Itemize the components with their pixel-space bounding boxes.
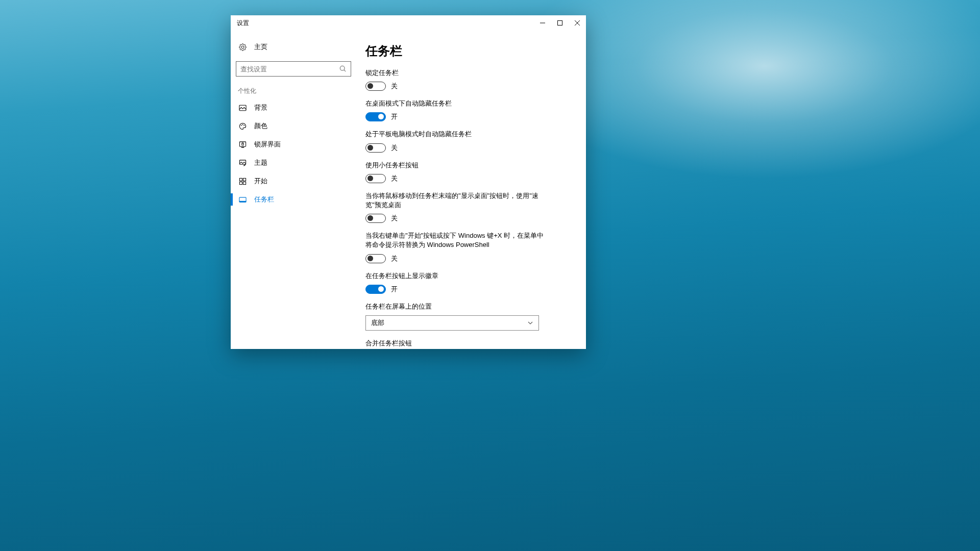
search-input[interactable] [240,65,339,73]
dropdown-value: 底部 [371,318,384,328]
setting-label: 使用小任务栏按钮 [365,161,549,170]
palette-icon [238,122,247,130]
setting-label: 当你将鼠标移动到任务栏末端的"显示桌面"按钮时，使用"速览"预览桌面 [365,191,549,210]
sidebar-item-themes[interactable]: 主题 [231,154,356,172]
maximize-icon [557,20,562,26]
svg-rect-12 [241,143,243,145]
sidebar-item-start[interactable]: 开始 [231,172,356,190]
minimize-button[interactable] [534,15,551,31]
setting-label: 在任务栏按钮上显示徽章 [365,271,549,281]
toggle-switch[interactable] [365,214,386,223]
close-button[interactable] [569,15,586,31]
toggle-switch[interactable] [365,174,386,183]
sidebar-item-label: 任务栏 [254,195,274,204]
toggle-state-label: 关 [391,174,398,183]
svg-point-4 [340,66,345,70]
toggle-state-label: 关 [391,143,398,153]
setting-row: 当你将鼠标移动到任务栏末端的"显示桌面"按钮时，使用"速览"预览桌面关 [365,191,549,223]
toggle-state-label: 关 [391,254,398,263]
sidebar-item-label: 颜色 [254,121,267,131]
toggle-switch[interactable] [365,254,386,263]
svg-point-7 [240,124,241,126]
svg-point-8 [242,124,243,125]
setting-label: 在桌面模式下自动隐藏任务栏 [365,99,549,108]
dropdown-label-position: 任务栏在屏幕上的位置 [365,302,549,311]
search-icon [339,65,347,72]
setting-row: 处于平板电脑模式时自动隐藏任务栏关 [365,130,549,152]
chevron-down-icon [527,320,533,326]
picture-icon [238,104,247,112]
setting-row: 在任务栏按钮上显示徽章开 [365,271,549,294]
svg-line-5 [344,70,346,71]
setting-row: 在桌面模式下自动隐藏任务栏开 [365,99,549,121]
search-input-wrapper[interactable] [236,61,351,77]
sidebar-item-label: 开始 [254,177,267,186]
setting-row: 锁定任务栏关 [365,68,549,91]
svg-rect-19 [239,201,246,202]
toggle-state-label: 开 [391,112,398,121]
themes-icon [238,159,247,167]
window-title: 设置 [237,19,249,28]
sidebar-item-taskbar[interactable]: 任务栏 [231,190,356,209]
content-pane: 任务栏 锁定任务栏关在桌面模式下自动隐藏任务栏开处于平板电脑模式时自动隐藏任务栏… [356,31,586,349]
svg-rect-15 [243,178,246,181]
svg-rect-14 [239,178,242,181]
toggle-state-label: 关 [391,214,398,223]
setting-row: 使用小任务栏按钮关 [365,161,549,183]
svg-point-9 [243,124,244,126]
desktop-wallpaper: 设置 主页 [0,0,980,551]
gear-icon [238,43,247,51]
toggle-switch[interactable] [365,82,386,91]
settings-window: 设置 主页 [231,15,586,349]
sidebar-home[interactable]: 主页 [231,38,356,56]
setting-label: 处于平板电脑模式时自动隐藏任务栏 [365,130,549,139]
start-icon [238,178,247,185]
svg-rect-11 [241,147,244,147]
sidebar: 主页 个性化 背景 [231,31,356,349]
toggle-switch[interactable] [365,143,386,153]
maximize-button[interactable] [551,15,569,31]
taskbar-icon [238,196,247,204]
setting-label: 锁定任务栏 [365,68,549,78]
toggle-switch[interactable] [365,112,386,121]
svg-rect-6 [239,105,246,110]
dropdown-taskbar-position[interactable]: 底部 [365,315,539,331]
sidebar-home-label: 主页 [254,42,267,52]
svg-rect-1 [558,21,562,26]
close-icon [575,20,580,26]
minimize-icon [540,20,545,26]
toggle-state-label: 开 [391,285,398,294]
toggle-state-label: 关 [391,82,398,91]
dropdown-label-combine: 合并任务栏按钮 [365,339,549,348]
titlebar[interactable]: 设置 [231,15,586,31]
toggle-switch[interactable] [365,285,386,294]
lockscreen-icon [238,141,247,148]
page-heading: 任务栏 [365,43,569,59]
sidebar-item-label: 主题 [254,158,267,167]
sidebar-item-label: 锁屏界面 [254,140,281,149]
svg-rect-17 [243,182,246,184]
setting-row: 当我右键单击"开始"按钮或按下 Windows 键+X 时，在菜单中将命令提示符… [365,231,549,263]
sidebar-item-label: 背景 [254,103,267,112]
sidebar-item-background[interactable]: 背景 [231,98,356,117]
setting-label: 当我右键单击"开始"按钮或按下 Windows 键+X 时，在菜单中将命令提示符… [365,231,549,249]
svg-rect-16 [239,182,242,184]
sidebar-item-lockscreen[interactable]: 锁屏界面 [231,135,356,154]
sidebar-item-colors[interactable]: 颜色 [231,117,356,135]
sidebar-category-label: 个性化 [238,87,356,95]
